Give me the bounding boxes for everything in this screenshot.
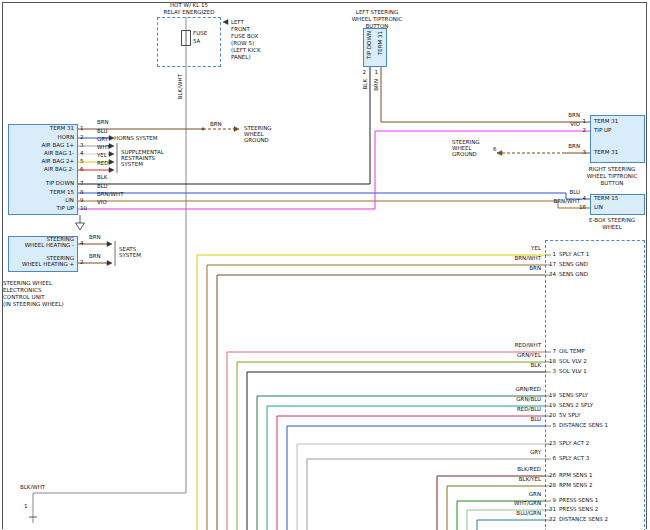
cu-pin-number: 6 [80,166,84,172]
cu-pin-label: AIR BAG 2+ [10,158,74,164]
cu-wire-label: WHT [97,144,110,150]
tcu-pin-number: 32 [546,516,556,522]
tcu-pin-number: 9 [546,497,556,503]
tcu-pin-label: RPM SENS 1 [559,472,592,478]
tcu-pin-number: 34 [546,271,556,277]
ground-symbol-icon [76,223,85,230]
eb-pin-label: LIN [594,204,603,210]
fuse-location: (ROW 5) [231,40,254,46]
cu-pin-number: 8 [80,189,84,195]
hot-feed-label: RELAY ENERGIZED [157,9,221,15]
tcu-pin-number: 26 [546,472,556,478]
eb-pin-number: 16 [572,204,586,210]
tcu-pin-label: PRESS SENS 2 [559,506,598,512]
heating-pin-label: WHEEL HEATING + [10,261,74,267]
wire-lin [78,201,590,208]
tcu-pin-label: SPLY ACT 2 [559,440,589,446]
rb-wire-label: VIO [540,121,580,127]
cu-pin-label: AIR BAG 1- [10,150,74,156]
tcu-pin-label: 5V SPLY [559,412,581,418]
control-unit-caption: (IN STEERING WHEEL) [3,301,64,307]
cu-pin-label: TIP UP [10,205,74,211]
cu-wire-label: RED [97,160,109,166]
cu-wire-label: BRN/WHT [97,191,124,197]
cu-pin-label: AIR BAG 1+ [10,142,74,148]
tcu-pin-number: 7 [546,348,556,354]
tcu-pin-number: 19 [546,392,556,398]
steering-wheel-ground-label: GROUND [244,137,269,143]
tcu-pin-number: 19 [546,402,556,408]
cu-pin-number: 7 [80,180,84,186]
tcu-wire-label: BRN/WHT [471,255,541,261]
tcu-pin-label: OIL TEMP [559,348,585,354]
heating-pin-label: WHEEL HEATING - [10,242,74,248]
rb-pin-label: TERM 31 [594,118,618,124]
tcu-wire-label: GRN/RED [471,386,541,392]
fuse-rating: 5A [193,38,200,44]
cu-pin-label: TERM 31 [10,125,74,131]
arrow-right-icon [109,152,114,157]
junction-dot [202,128,205,131]
cu-wire-label: BLK [97,174,107,180]
tcu-wire-label: BLK/YEL [471,476,541,482]
wire-label-blk: BLK [362,79,368,89]
left-button-term: TIP DOWN [366,31,372,59]
tcu-pin-label: SOL VLV 1 [559,368,587,374]
cu-pin-label: TIP DOWN [10,180,74,186]
fuse-location: FUSE BOX [231,33,258,39]
tcu-pin-label: DISTANCE SENS 1 [559,422,608,428]
tcu-pin-number: 23 [546,440,556,446]
tcu-pin-number: 20 [546,412,556,418]
cu-pin-number: 4 [80,150,84,156]
tcu-pin-number: 18 [546,358,556,364]
cu-wire-label: YEL [97,152,107,158]
left-button-pin: 2 [358,69,366,75]
control-unit-caption: CONTROL UNIT [3,294,45,300]
heating-wire-label: BRN [89,253,101,259]
wire-label-blk-wht: BLK/WHT [177,74,183,99]
tcu-pin-number: 17 [546,261,556,267]
arrow-right-icon [234,127,239,132]
tcu-wire-label: RED/BLU [471,406,541,412]
eb-wire-label: BRN/WHT [536,198,580,204]
tcu-pin-label: SENS GND [559,261,588,267]
cu-wire-label: GRY [97,136,108,142]
bottom-pin-number: 1 [24,503,28,509]
tcu-wire-label: BRN [471,265,541,271]
tcu-wire-label: BLU/GRN [471,510,541,516]
wire-term15 [78,193,590,199]
tcu-pin-label: SPLY ACT 1 [559,251,589,257]
cu-pin-label: AIR BAG 2- [10,166,74,172]
tcu-pin-label: SENS 2 SPLY [559,402,593,408]
eb-pin-label: TERM 15 [594,195,618,201]
tcu-pin-label: SENS SPLY [559,392,588,398]
wire-label-blk-wht-bottom: BLK/WHT [20,484,45,490]
fuse-name: FUSE [193,30,207,36]
tcu-pin-label: SOL VLV 2 [559,358,587,364]
heating-pin-number: 4 [80,240,84,246]
wire-sply-act-1 [197,255,545,530]
cu-pin-label: HORN [10,134,74,140]
wiring-diagram: HOT W/ KL 15 RELAY ENERGIZED FUSE 5A LEF… [0,0,650,530]
tcu-wire-label: YEL [471,245,541,251]
tcu-pin-number: 6 [546,455,556,461]
arrow-right-icon [107,261,112,266]
ground-wire-label: BRN [210,121,222,127]
tcu-pin-number: 3 [546,368,556,374]
heating-pin-number: 2 [80,259,84,265]
tcu-pin-number: 31 [546,506,556,512]
wire-label-brn: BRN [373,79,379,91]
ebox-caption: WHEEL [576,224,648,230]
tcu-wire-label: GRN/YEL [471,352,541,358]
tcu-pin-label: DISTANCE SENS 2 [559,516,608,522]
eb-wire-label: BLU [536,189,580,195]
tcu-wire-label: GRY [471,449,541,455]
tcu-wire-label: BLU [471,416,541,422]
arrow-right-icon [109,160,114,165]
arrow-right-icon [109,168,114,173]
horns-system-label: HORNS SYSTEM [114,135,158,141]
cu-pin-label: LIN [10,197,74,203]
rb-pin-number: 3 [577,149,586,155]
wire-tip-up [78,131,590,209]
right-button-title: RIGHT STEERING [576,166,648,172]
